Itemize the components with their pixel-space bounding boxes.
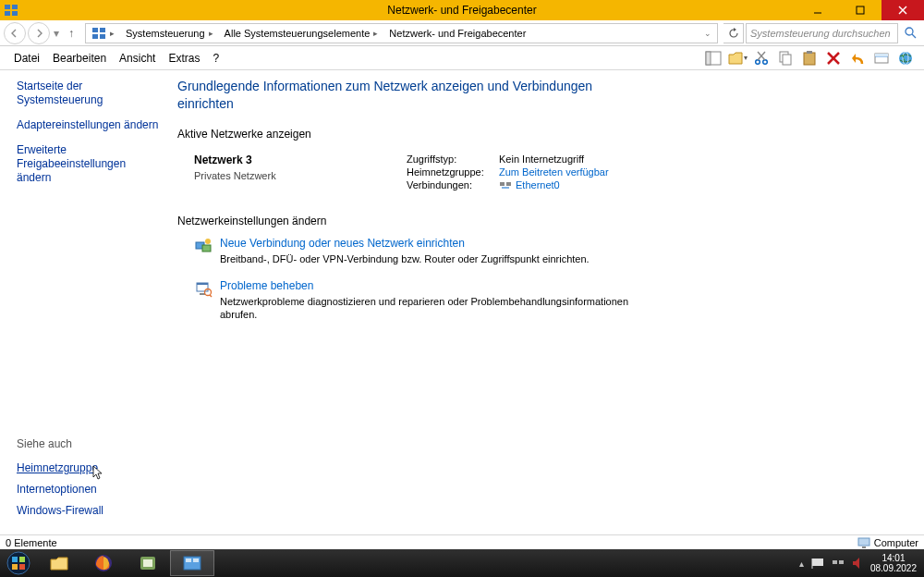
action-title: Neue Verbindung oder neues Netzwerk einr…	[220, 237, 590, 250]
homegroup-link[interactable]: Zum Beitreten verfügbar	[499, 166, 609, 178]
statusbar: 0 Elemente Computer	[0, 534, 924, 549]
breadcrumb-history-dropdown[interactable]: ⌄	[699, 29, 717, 38]
svg-rect-9	[100, 28, 105, 32]
menu-view[interactable]: Ansicht	[113, 49, 162, 68]
taskbar-item-control-panel[interactable]	[170, 550, 214, 576]
svg-point-17	[763, 59, 768, 64]
paste-icon[interactable]	[798, 48, 821, 68]
taskbar: ▴ 14:01 08.09.2022	[0, 549, 924, 577]
forward-button[interactable]	[28, 22, 50, 44]
close-button[interactable]	[881, 0, 924, 20]
new-connection-icon	[194, 237, 220, 266]
seealso-link-homegroup[interactable]: Heimnetzgruppe	[17, 461, 161, 475]
svg-rect-21	[783, 55, 791, 65]
titlebar: Netzwerk- und Freigabecenter	[0, 0, 924, 20]
svg-point-16	[756, 59, 760, 64]
ethernet-icon	[499, 179, 512, 190]
settings-label: Netzwerkeinstellungen ändern	[177, 215, 906, 227]
svg-rect-1	[12, 5, 18, 9]
seealso-label: Siehe auch	[17, 437, 161, 450]
connections-label: Verbindungen:	[407, 179, 499, 190]
search-icon[interactable]	[900, 23, 920, 43]
menu-edit[interactable]: Bearbeiten	[46, 49, 113, 68]
copy-icon[interactable]	[774, 48, 796, 68]
menubar: Datei Bearbeiten Ansicht Extras ? ▾	[0, 46, 924, 70]
sidebar: Startseite der Systemsteuerung Adapterei…	[0, 70, 172, 534]
svg-rect-8	[92, 28, 98, 32]
network-type: Privates Netzwerk	[194, 170, 407, 181]
svg-rect-57	[833, 560, 837, 564]
menu-extras[interactable]: Extras	[162, 49, 206, 68]
breadcrumb-item[interactable]: Netzwerk- und Freigabecenter	[383, 28, 531, 39]
access-label: Zugriffstyp:	[407, 153, 499, 165]
taskbar-item-firefox[interactable]	[81, 550, 126, 576]
window-title: Netzwerk- und Freigabecenter	[387, 4, 536, 17]
svg-rect-42	[858, 538, 869, 546]
content: Grundlegende Informationen zum Netzwerk …	[172, 70, 924, 534]
seealso-link-internet[interactable]: Internetoptionen	[17, 483, 161, 497]
svg-point-36	[205, 239, 211, 244]
svg-point-12	[906, 28, 913, 35]
svg-line-13	[912, 34, 916, 38]
svg-rect-3	[12, 11, 18, 16]
seealso-link-firewall[interactable]: Windows-Firewall	[17, 504, 161, 518]
homegroup-label: Heimnetzgruppe:	[407, 166, 499, 178]
start-button[interactable]	[0, 549, 37, 577]
panel-icon[interactable]	[702, 48, 724, 68]
svg-rect-46	[19, 557, 25, 562]
globe-icon[interactable]	[894, 48, 917, 68]
svg-rect-38	[197, 283, 208, 285]
svg-rect-48	[19, 564, 25, 570]
svg-rect-22	[804, 53, 815, 65]
svg-rect-31	[500, 182, 505, 186]
svg-rect-5	[857, 6, 864, 14]
properties-icon[interactable]	[870, 48, 893, 68]
refresh-button[interactable]	[723, 23, 744, 43]
up-button[interactable]: ↑	[63, 27, 79, 40]
cut-icon[interactable]	[750, 48, 772, 68]
recent-dropdown[interactable]: ▾	[52, 27, 61, 40]
menu-help[interactable]: ?	[206, 49, 225, 68]
breadcrumb-item[interactable]: Alle Systemsteuerungselemente ▸	[219, 28, 384, 39]
sidebar-link-adapter[interactable]: Adaptereinstellungen ändern	[17, 118, 161, 132]
breadcrumb[interactable]: ▸ Systemsteuerung ▸ Alle Systemsteuerung…	[85, 23, 718, 43]
svg-rect-51	[143, 559, 152, 567]
cursor-icon	[92, 465, 105, 482]
svg-rect-23	[807, 51, 812, 54]
search-box[interactable]	[746, 23, 898, 43]
tray-network-icon[interactable]	[832, 558, 845, 569]
action-desc: Breitband-, DFÜ- oder VPN-Verbindung bzw…	[220, 252, 590, 266]
status-left: 0 Elemente	[6, 537, 57, 548]
tray-chevron-icon[interactable]: ▴	[799, 559, 804, 569]
menu-file[interactable]: Datei	[7, 49, 46, 68]
undo-icon[interactable]	[846, 48, 869, 68]
delete-icon[interactable]	[822, 48, 845, 68]
taskbar-item-explorer[interactable]	[37, 550, 81, 576]
tray-flag-icon[interactable]	[811, 558, 824, 569]
action-desc: Netzwerkprobleme diagnostizieren und rep…	[220, 295, 636, 323]
svg-rect-10	[92, 34, 98, 39]
connection-link[interactable]: Ethernet0	[516, 179, 560, 190]
tray-volume-icon[interactable]	[852, 557, 863, 570]
sidebar-link-sharing[interactable]: Erweiterte Freigabeeinstellungen ändern	[17, 143, 161, 185]
maximize-button[interactable]	[839, 0, 881, 20]
breadcrumb-item[interactable]: Systemsteuerung ▸	[120, 28, 219, 39]
svg-rect-54	[193, 559, 199, 562]
svg-line-41	[210, 295, 212, 297]
action-new-connection[interactable]: Neue Verbindung oder neues Netzwerk einr…	[194, 237, 906, 266]
taskbar-item-app1[interactable]	[126, 550, 170, 576]
troubleshoot-icon	[194, 279, 220, 323]
minimize-button[interactable]	[796, 0, 839, 20]
sidebar-link-home[interactable]: Startseite der Systemsteuerung	[17, 80, 161, 107]
action-troubleshoot[interactable]: Probleme beheben Netzwerkprobleme diagno…	[194, 279, 906, 323]
back-button[interactable]	[4, 22, 26, 44]
svg-rect-47	[12, 564, 18, 570]
search-input[interactable]	[750, 28, 894, 39]
window-icon	[4, 3, 18, 18]
svg-point-44	[7, 552, 30, 574]
svg-rect-43	[862, 546, 866, 548]
svg-rect-35	[202, 245, 211, 252]
tray-clock[interactable]: 14:01 08.09.2022	[870, 553, 917, 573]
svg-rect-53	[186, 559, 191, 562]
folder-views-icon[interactable]: ▾	[726, 48, 748, 68]
